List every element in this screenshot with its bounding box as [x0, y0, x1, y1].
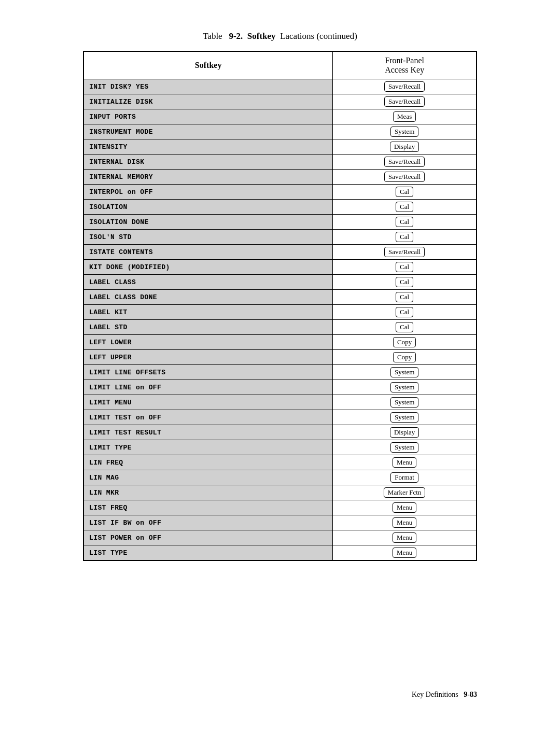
table-row: INIT DISK? YESSave/Recall [83, 79, 477, 94]
key-badge: System [390, 397, 418, 408]
access-cell: Menu [333, 455, 477, 470]
table-row: ISTATE CONTENTSSave/Recall [83, 245, 477, 260]
access-cell: Cal [333, 305, 477, 320]
table-row: LIN MKRMarker Fctn [83, 485, 477, 500]
softkey-cell: INIT DISK? YES [83, 79, 333, 94]
page-container: Table 9-2. Softkey Lacations (continued)… [0, 0, 560, 592]
key-badge: System [390, 412, 418, 423]
table-row: KIT DONE (MODIFIED)Cal [83, 260, 477, 275]
table-row: LIMIT LINE OFFSETSSystem [83, 365, 477, 380]
softkey-cell: LABEL CLASS [83, 275, 333, 290]
access-cell: Cal [333, 260, 477, 275]
access-cell: Save/Recall [333, 94, 477, 109]
key-badge: Cal [396, 322, 413, 332]
table-row: INSTRUMENT MODESystem [83, 124, 477, 139]
table-row: INTERNAL MEMORYSave/Recall [83, 170, 477, 185]
key-badge: Copy [393, 337, 416, 347]
softkey-cell: LIMIT LINE on OFF [83, 380, 333, 395]
softkey-table: Softkey Front-Panel Access Key INIT DISK… [83, 51, 477, 561]
table-row: ISOLATIONCal [83, 200, 477, 215]
key-badge: Menu [393, 517, 416, 528]
table-row: LIST POWER on OFFMenu [83, 530, 477, 545]
table-row: LIMIT TYPESystem [83, 440, 477, 455]
softkey-cell: LIMIT TYPE [83, 440, 333, 455]
title-prefix: Table [203, 31, 222, 41]
softkey-cell: LIMIT MENU [83, 395, 333, 410]
softkey-cell: LIST POWER on OFF [83, 530, 333, 545]
table-row: LIST FREQMenu [83, 500, 477, 515]
softkey-cell: INITIALIZE DISK [83, 94, 333, 109]
table-row: LABEL STDCal [83, 320, 477, 335]
page-title: Table 9-2. Softkey Lacations (continued) [83, 31, 477, 41]
key-badge: Save/Recall [384, 247, 425, 257]
access-cell: Menu [333, 515, 477, 530]
access-cell: System [333, 395, 477, 410]
table-row: LIMIT LINE on OFFSystem [83, 380, 477, 395]
table-row: LEFT LOWERCopy [83, 335, 477, 350]
key-badge: Cal [396, 262, 413, 272]
softkey-cell: ISOLATION [83, 200, 333, 215]
softkey-cell: LIST TYPE [83, 545, 333, 561]
table-row: ISOLATION DONECal [83, 215, 477, 230]
softkey-cell: LIN MAG [83, 470, 333, 485]
table-row: INTENSITYDisplay [83, 139, 477, 155]
table-row: ISOL'N STDCal [83, 230, 477, 245]
softkey-cell: LIST IF BW on OFF [83, 515, 333, 530]
softkey-cell: INTERNAL DISK [83, 155, 333, 170]
softkey-cell: LIN FREQ [83, 455, 333, 470]
access-cell: Save/Recall [333, 155, 477, 170]
access-cell: Display [333, 425, 477, 440]
footer-label: Key Definitions [412, 691, 458, 698]
key-badge: Display [390, 142, 419, 152]
softkey-cell: INTENSITY [83, 139, 333, 155]
softkey-cell: LABEL KIT [83, 305, 333, 320]
softkey-cell: LABEL CLASS DONE [83, 290, 333, 305]
table-row: LIMIT TEST RESULTDisplay [83, 425, 477, 440]
softkey-cell: LIST FREQ [83, 500, 333, 515]
key-badge: Meas [393, 111, 416, 122]
key-badge: Copy [393, 352, 416, 362]
key-badge: Menu [393, 548, 416, 558]
footer: Key Definitions 9-83 [412, 691, 477, 699]
title-rest: Lacations (continued) [280, 31, 357, 41]
title-bold: Softkey [247, 31, 276, 41]
access-cell: System [333, 440, 477, 455]
table-row: INTERNAL DISKSave/Recall [83, 155, 477, 170]
softkey-cell: INTERPOL on OFF [83, 185, 333, 200]
softkey-cell: LEFT UPPER [83, 350, 333, 365]
access-cell: Cal [333, 200, 477, 215]
softkey-cell: LABEL STD [83, 320, 333, 335]
table-row: LIST IF BW on OFFMenu [83, 515, 477, 530]
access-cell: System [333, 380, 477, 395]
softkey-cell: KIT DONE (MODIFIED) [83, 260, 333, 275]
col-header-access: Front-Panel Access Key [333, 51, 477, 79]
key-badge: Menu [393, 532, 416, 543]
softkey-cell: LIN MKR [83, 485, 333, 500]
key-badge: Cal [396, 307, 413, 317]
table-row: INPUT PORTSMeas [83, 109, 477, 124]
access-cell: Cal [333, 320, 477, 335]
col-header-softkey: Softkey [83, 51, 333, 79]
table-row: INITIALIZE DISKSave/Recall [83, 94, 477, 109]
key-badge: Format [390, 472, 418, 483]
table-row: LABEL KITCal [83, 305, 477, 320]
softkey-cell: ISOLATION DONE [83, 215, 333, 230]
softkey-cell: ISTATE CONTENTS [83, 245, 333, 260]
table-header-row: Softkey Front-Panel Access Key [83, 51, 477, 79]
key-badge: Menu [393, 502, 416, 513]
key-badge: Cal [396, 217, 413, 227]
access-cell: System [333, 124, 477, 139]
access-cell: Cal [333, 215, 477, 230]
access-cell: Menu [333, 530, 477, 545]
key-badge: System [390, 127, 418, 137]
key-badge: Save/Recall [384, 96, 425, 107]
key-badge: Cal [396, 292, 413, 302]
access-cell: Menu [333, 545, 477, 561]
softkey-cell: INPUT PORTS [83, 109, 333, 124]
access-cell: Menu [333, 500, 477, 515]
access-cell: Cal [333, 230, 477, 245]
key-badge: System [390, 367, 418, 377]
table-row: LABEL CLASS DONECal [83, 290, 477, 305]
key-badge: Menu [393, 457, 416, 468]
key-badge: Save/Recall [384, 157, 425, 167]
